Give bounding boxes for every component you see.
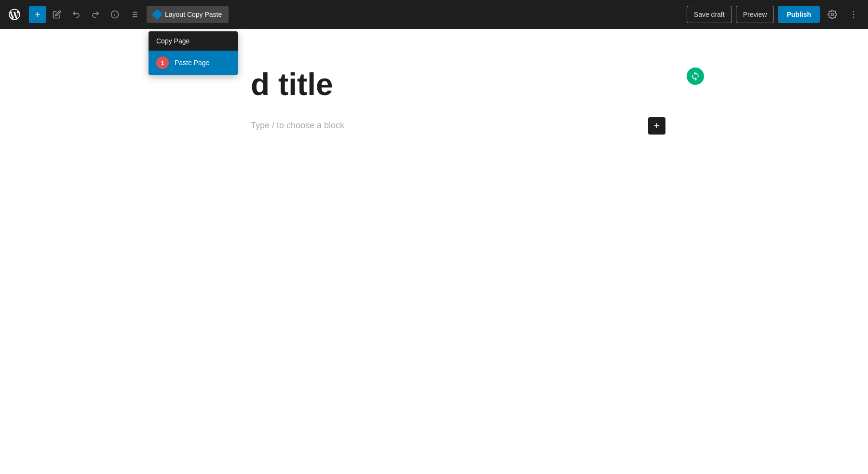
copy-page-label: Copy Page (156, 37, 190, 45)
undo-button[interactable] (68, 6, 85, 23)
save-draft-button[interactable]: Save draft (687, 6, 732, 23)
paste-page-item[interactable]: 1 Paste Page (149, 51, 238, 75)
editor-area: d title Type / to choose a block + (0, 29, 868, 474)
more-icon (849, 10, 858, 19)
pencil-icon (53, 10, 61, 19)
info-icon (110, 10, 119, 19)
add-block-button[interactable]: + (29, 6, 46, 23)
settings-button[interactable] (824, 6, 841, 23)
block-placeholder-row: Type / to choose a block + (251, 116, 617, 135)
layout-copy-paste-button[interactable]: Layout Copy Paste (147, 6, 229, 23)
svg-point-11 (853, 14, 854, 15)
green-refresh-button[interactable] (687, 68, 704, 85)
svg-point-9 (831, 14, 834, 16)
block-placeholder: Type / to choose a block (251, 116, 344, 135)
copy-page-item[interactable]: Copy Page (149, 31, 238, 51)
add-block-inline-icon: + (654, 120, 660, 132)
info-button[interactable] (106, 6, 123, 23)
edit-button[interactable] (48, 6, 66, 23)
list-view-icon (130, 10, 138, 19)
diamond-icon (152, 9, 163, 20)
publish-button[interactable]: Publish (778, 6, 820, 23)
wordpress-icon (8, 8, 21, 21)
toolbar-right: Save draft Preview Publish (687, 6, 862, 23)
add-block-container: + (648, 117, 665, 135)
layout-copy-paste-label: Layout Copy Paste (165, 11, 222, 18)
list-view-button[interactable] (125, 6, 143, 23)
more-options-button[interactable] (845, 6, 862, 23)
add-block-inline-button[interactable]: + (648, 117, 665, 135)
preview-button[interactable]: Preview (736, 6, 774, 23)
layout-copy-paste-dropdown: Copy Page 1 Paste Page (149, 31, 238, 75)
editor-content: d title Type / to choose a block + (251, 68, 617, 135)
page-title[interactable]: d title (251, 68, 617, 106)
page-title-container: d title (251, 68, 617, 106)
badge-count: 1 (161, 59, 164, 67)
settings-icon (827, 10, 837, 19)
paste-badge: 1 (156, 56, 169, 69)
wp-logo[interactable] (6, 6, 23, 23)
redo-icon (91, 10, 100, 19)
undo-icon (72, 10, 81, 19)
svg-point-10 (853, 11, 854, 13)
svg-point-12 (853, 17, 854, 18)
paste-page-label: Paste Page (175, 59, 209, 67)
refresh-icon (691, 71, 700, 81)
redo-button[interactable] (87, 6, 104, 23)
toolbar: + (0, 0, 868, 29)
